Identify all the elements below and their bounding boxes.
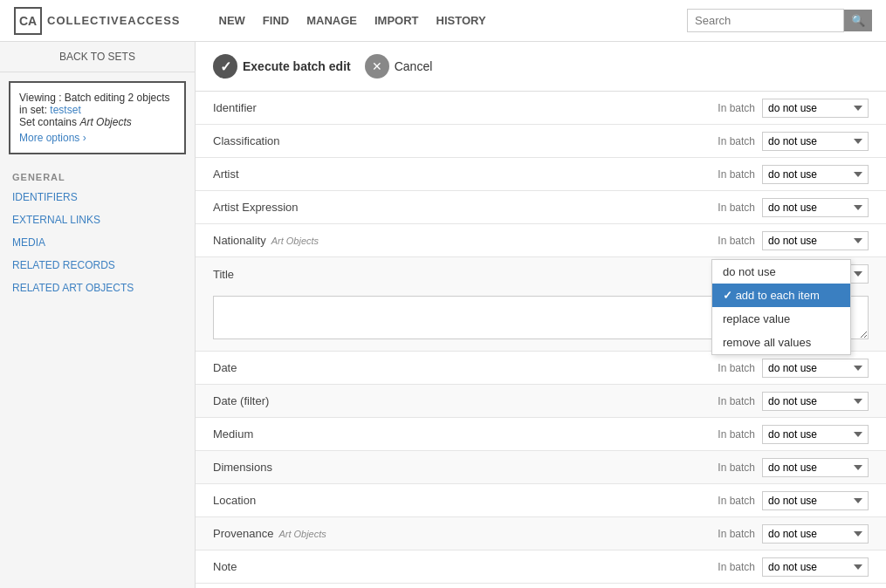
in-batch-label-date: In batch [718, 362, 755, 374]
set-link[interactable]: testset [50, 104, 80, 116]
dropdown-item-add-to-each[interactable]: add to each item [712, 284, 850, 307]
field-row-medium: Medium In batch do not use add to each i… [196, 418, 886, 451]
field-row-identifier: Identifier In batch do not use add to ea… [196, 92, 886, 125]
batch-select-identifier[interactable]: do not use add to each item replace valu… [762, 99, 869, 118]
nav-import[interactable]: IMPORT [374, 10, 419, 31]
batch-toolbar: Execute batch edit Cancel [196, 42, 886, 92]
field-label-artist-expression: Artist Expression [213, 201, 718, 214]
in-batch-label-date-filter: In batch [718, 395, 755, 407]
batch-select-medium[interactable]: do not use add to each item replace valu… [762, 425, 869, 444]
in-batch-label-identifier: In batch [718, 102, 755, 114]
batch-select-artist-expression[interactable]: do not use add to each item replace valu… [762, 198, 869, 217]
sidebar-item-media[interactable]: MEDIA [0, 231, 195, 254]
batch-select-artist[interactable]: do not use add to each item replace valu… [762, 165, 869, 184]
field-row-date-filter: Date (filter) In batch do not use add to… [196, 385, 886, 418]
sidebar-item-external-links[interactable]: EXTERNAL LINKS [0, 209, 195, 231]
nationality-dropdown: do not use add to each item replace valu… [711, 259, 851, 355]
logo-letters: CA [19, 14, 37, 28]
field-row-note: Note In batch do not use add to each ite… [196, 550, 886, 584]
set-type: Art Objects [79, 116, 131, 128]
in-batch-label-medium: In batch [718, 428, 755, 441]
field-row-nationality: Nationality Art Objects In batch do not … [196, 224, 886, 257]
execute-batch-button[interactable]: Execute batch edit [213, 54, 351, 79]
field-label-identifier: Identifier [213, 101, 718, 114]
field-row-dimensions: Dimensions In batch do not use add to ea… [196, 451, 886, 484]
batch-select-location[interactable]: do not use add to each item replace valu… [762, 491, 869, 510]
field-label-nationality: Nationality Art Objects [213, 234, 718, 247]
in-batch-label-dimensions: In batch [718, 462, 755, 474]
main-nav: NEW FIND MANAGE IMPORT HISTORY [219, 10, 687, 31]
batch-select-date-filter[interactable]: do not use add to each item replace valu… [762, 392, 869, 411]
in-batch-label-artist: In batch [718, 168, 755, 181]
nav-manage[interactable]: MANAGE [306, 10, 357, 31]
batch-select-provenance[interactable]: do not use add to each item replace valu… [762, 524, 869, 544]
logo-box: CA [14, 7, 42, 35]
cancel-button[interactable]: Cancel [365, 54, 433, 79]
batch-select-date[interactable]: do not use add to each item replace valu… [762, 359, 869, 378]
in-batch-label-provenance: In batch [718, 528, 755, 540]
search-input[interactable] [687, 9, 844, 32]
field-label-medium: Medium [213, 427, 718, 441]
sidebar-item-identifiers[interactable]: IDENTIFIERS [0, 186, 195, 209]
nationality-select-wrap: do not use add to each item replace valu… [762, 231, 869, 250]
field-label-location: Location [213, 494, 718, 507]
search-wrap: 🔍 [687, 9, 872, 32]
execute-icon [213, 54, 237, 79]
execute-label: Execute batch edit [243, 59, 351, 73]
header: CA COLLECTIVEACCESS NEW FIND MANAGE IMPO… [0, 0, 886, 42]
field-label-date: Date [213, 361, 718, 374]
field-row-classification: Classification In batch do not use add t… [196, 125, 886, 158]
dropdown-item-remove-all[interactable]: remove all values [712, 331, 850, 354]
nav-find[interactable]: FIND [263, 10, 289, 31]
logo: CA COLLECTIVEACCESS [14, 7, 181, 35]
field-label-title: Title [213, 268, 718, 281]
dropdown-item-do-not-use[interactable]: do not use [712, 260, 850, 284]
set-info: in set: testset [19, 104, 175, 116]
field-row-provenance: Provenance Art Objects In batch do not u… [196, 517, 886, 550]
batch-select-dimensions[interactable]: do not use add to each item replace valu… [762, 458, 869, 477]
field-label-dimensions: Dimensions [213, 461, 718, 474]
field-label-date-filter: Date (filter) [213, 394, 718, 407]
provenance-tag: Art Objects [278, 529, 326, 539]
main-content: Execute batch edit Cancel Identifier In … [196, 42, 886, 588]
more-options-link[interactable]: More options › [19, 132, 175, 144]
search-button[interactable]: 🔍 [844, 10, 872, 31]
in-batch-label-location: In batch [718, 495, 755, 507]
dropdown-item-replace-value[interactable]: replace value [712, 307, 850, 331]
viewing-box: Viewing : Batch editing 2 objects in set… [9, 81, 186, 154]
batch-select-classification[interactable]: do not use add to each item replace valu… [762, 132, 869, 151]
cancel-icon [365, 54, 389, 79]
cancel-label: Cancel [395, 59, 433, 73]
nav-new[interactable]: NEW [219, 10, 245, 31]
sidebar-item-related-records[interactable]: RELATED RECORDS [0, 254, 195, 277]
sidebar: BACK TO SETS Viewing : Batch editing 2 o… [0, 42, 196, 588]
field-row-location: Location In batch do not use add to each… [196, 484, 886, 517]
field-label-classification: Classification [213, 134, 718, 147]
field-label-note: Note [213, 560, 718, 573]
back-to-sets-button[interactable]: BACK TO SETS [0, 42, 195, 72]
field-row-artist-expression: Artist Expression In batch do not use ad… [196, 191, 886, 224]
batch-select-note[interactable]: do not use add to each item replace valu… [762, 557, 869, 577]
nationality-tag: Art Objects [271, 236, 319, 246]
logo-name: COLLECTIVEACCESS [47, 14, 181, 27]
in-batch-label-artist-expression: In batch [718, 202, 755, 214]
batch-select-nationality[interactable]: do not use add to each item replace valu… [762, 231, 869, 250]
viewing-text: Viewing : Batch editing 2 objects [19, 92, 175, 104]
in-batch-label-classification: In batch [718, 135, 755, 147]
sidebar-section-general: GENERAL [0, 163, 195, 186]
sidebar-item-related-art-objects[interactable]: RELATED ART OBJECTS [0, 277, 195, 299]
field-row-artist: Artist In batch do not use add to each i… [196, 158, 886, 191]
in-batch-label-nationality: In batch [718, 235, 755, 247]
layout: BACK TO SETS Viewing : Batch editing 2 o… [0, 42, 886, 588]
set-contains: Set contains Art Objects [19, 116, 175, 128]
in-batch-label-note: In batch [718, 561, 755, 573]
nav-history[interactable]: HISTORY [436, 10, 486, 31]
field-label-provenance: Provenance Art Objects [213, 527, 718, 540]
field-label-artist: Artist [213, 168, 718, 181]
field-row-date: Date In batch do not use add to each ite… [196, 352, 886, 385]
